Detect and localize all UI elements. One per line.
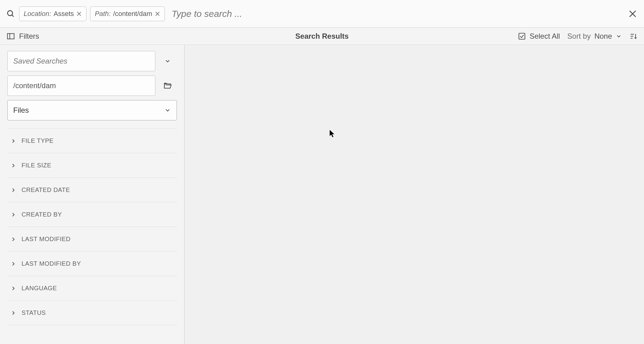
saved-searches-input[interactable]: [7, 51, 155, 71]
accordion-file-size[interactable]: FILE SIZE: [7, 153, 177, 178]
chevron-right-icon: [10, 187, 16, 193]
accordion-last-modified-by[interactable]: LAST MODIFIED BY: [7, 252, 177, 276]
sort-direction-icon[interactable]: [629, 32, 637, 40]
folder-open-icon: [163, 81, 172, 90]
chevron-down-icon: [164, 107, 171, 114]
accordion-label: LAST MODIFIED: [22, 236, 71, 243]
chevron-right-icon: [10, 237, 16, 242]
accordion-label: STATUS: [22, 309, 46, 316]
browse-folder-button[interactable]: [158, 76, 177, 96]
sort-by-value: None: [594, 32, 612, 41]
chevron-right-icon: [10, 138, 16, 144]
svg-line-1: [12, 15, 14, 17]
sort-by-label: Sort by: [567, 32, 591, 41]
results-title: Search Results: [295, 32, 348, 41]
accordion-label: CREATED DATE: [22, 186, 70, 194]
accordion-language[interactable]: LANGUAGE: [7, 276, 177, 301]
accordion-label: LANGUAGE: [22, 285, 57, 292]
accordion-status[interactable]: STATUS: [7, 301, 177, 325]
accordion-label: CREATED BY: [22, 211, 62, 218]
panel-left-icon: [7, 32, 15, 40]
accordion-label: FILE SIZE: [22, 162, 51, 169]
filter-chip-path[interactable]: Path:/content/dam: [90, 6, 165, 21]
search-topbar: Location: Assets Path:/content/dam: [0, 0, 644, 28]
chip-key: Path:: [95, 10, 110, 18]
chip-value: Assets: [54, 10, 74, 18]
accordion-last-modified[interactable]: LAST MODIFIED: [7, 227, 177, 252]
path-input[interactable]: [7, 76, 155, 96]
svg-rect-10: [519, 33, 525, 39]
chevron-right-icon: [10, 212, 16, 217]
close-icon[interactable]: [76, 11, 82, 17]
accordion-created-by[interactable]: CREATED BY: [7, 202, 177, 227]
mouse-cursor-icon: [329, 129, 335, 137]
chevron-right-icon: [10, 163, 16, 168]
svg-rect-8: [7, 33, 14, 39]
select-all-label: Select All: [530, 32, 560, 41]
filter-chip-location[interactable]: Location: Assets: [19, 6, 86, 21]
accordion-file-type[interactable]: FILE TYPE: [7, 129, 177, 153]
asset-type-select[interactable]: Files: [7, 100, 177, 120]
filters-toggle[interactable]: Filters: [7, 32, 39, 41]
chevron-right-icon: [10, 286, 16, 291]
asset-type-value: Files: [13, 106, 29, 115]
chip-key: Location:: [24, 10, 51, 18]
results-toolbar: Filters Search Results Select All Sort b…: [0, 28, 644, 45]
select-all-button[interactable]: Select All: [518, 32, 560, 41]
chevron-right-icon: [10, 310, 16, 316]
filters-sidebar: Files FILE TYPE FILE SIZE CREATED DATE C…: [0, 45, 185, 344]
svg-point-0: [8, 10, 13, 15]
chevron-right-icon: [10, 261, 16, 267]
search-icon: [6, 9, 15, 18]
sort-by-control[interactable]: Sort by None: [567, 32, 622, 41]
accordion-label: LAST MODIFIED BY: [22, 260, 81, 267]
filters-label: Filters: [19, 32, 39, 41]
chip-value: /content/dam: [113, 10, 152, 18]
search-input[interactable]: [169, 9, 624, 19]
saved-searches-dropdown[interactable]: [158, 51, 177, 71]
results-pane: [185, 45, 644, 344]
checkbox-checked-icon: [518, 32, 526, 40]
close-icon[interactable]: [627, 9, 638, 19]
close-icon[interactable]: [155, 11, 160, 17]
accordion-label: FILE TYPE: [22, 137, 54, 144]
accordion-created-date[interactable]: CREATED DATE: [7, 178, 177, 202]
chevron-down-icon[interactable]: [616, 33, 622, 39]
filter-accordion: FILE TYPE FILE SIZE CREATED DATE CREATED…: [7, 128, 177, 325]
